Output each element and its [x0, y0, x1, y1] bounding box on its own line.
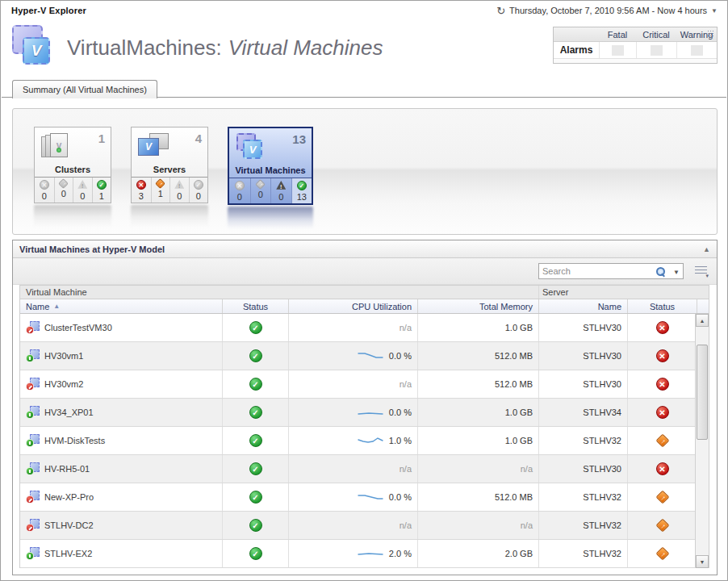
server-name-cell: STLHV30 [538, 342, 627, 370]
critical-status-icon: → [655, 519, 669, 533]
vm-name: HV30vm1 [44, 351, 83, 361]
alarms-warning-cell[interactable] [676, 42, 717, 58]
cpu-value: n/a [400, 464, 412, 474]
search-input[interactable] [542, 265, 654, 278]
scroll-down-icon[interactable]: ▼ [696, 555, 709, 568]
fatal-status-icon: ✕ [136, 180, 146, 190]
vm-name-cell[interactable]: New-XP-Pro [20, 483, 222, 511]
table-row[interactable]: HV30vm2 ✓ n/a 512.0 MB STLHV30 ✕ [20, 370, 709, 399]
tile-fatal-count: 0 [42, 191, 47, 201]
tile-fatal-cell[interactable]: ✕3 [132, 178, 151, 203]
table-row[interactable]: HV34_XP01 ✓ 0.0 % 1.0 GB STLHV34 ✕ [20, 399, 709, 427]
server-name: STLHV30 [583, 379, 621, 389]
vm-name-cell[interactable]: ClusterTestVM30 [20, 314, 222, 341]
clusters-icon: v [40, 132, 73, 162]
table-row[interactable]: HVM-DiskTests ✓ 1.0 % 1.0 GB STLHV32 → [20, 427, 709, 455]
tile-virtual-machines[interactable]: V 13 Virtual Machines ✕0→0!0✓13 [228, 127, 313, 205]
server-status-cell: ✕ [627, 455, 697, 483]
tile-critical-cell[interactable]: →0 [250, 178, 271, 203]
vm-name-cell[interactable]: HV30vm1 [20, 342, 222, 370]
alarms-fatal-cell[interactable] [599, 42, 636, 58]
alarms-header-row: Fatal Critical Warning [554, 27, 717, 42]
server-status-cell: ✕ [627, 370, 697, 398]
total-memory-cell: 1.0 GB [417, 399, 538, 426]
search-options-chevron-icon[interactable]: ▼ [673, 269, 680, 276]
panel-title: Virtual Machines at Hyper-V Model [19, 245, 165, 254]
server-status-cell: → [627, 512, 697, 539]
tile-status-grid: ✕0→0!0✓1 [35, 177, 111, 203]
memory-value: 512.0 MB [495, 492, 533, 502]
vm-power-running-badge [26, 552, 34, 560]
chevron-down-icon: ▼ [711, 6, 718, 15]
vm-icon [26, 547, 40, 560]
column-header-server-name[interactable]: Name [538, 299, 627, 313]
vm-status-cell: ✓ [222, 342, 288, 370]
vm-name-cell[interactable]: HVM-DiskTests [20, 427, 222, 454]
tile-label: Virtual Machines [229, 165, 312, 178]
total-memory-cell: n/a [417, 512, 538, 539]
vm-name-cell[interactable]: STLHV-DC2 [20, 512, 222, 539]
vm-power-stopped-badge [26, 382, 34, 391]
column-header-server-status[interactable]: Status [627, 299, 697, 313]
total-memory-cell: 512.0 MB [417, 370, 538, 398]
panel-title-bar: Virtual Machines at Hyper-V Model ▲ [13, 240, 717, 258]
tile-normal-count: 1 [99, 191, 104, 201]
column-header-total-memory[interactable]: Total Memory [417, 299, 538, 313]
alarms-critical-cell[interactable] [636, 42, 676, 58]
column-header-name[interactable]: Name ▲ [20, 299, 222, 313]
vm-icon [26, 406, 40, 419]
table-row[interactable]: HV-RH5-01 ✓ n/a n/a STLHV30 ✕ [20, 455, 709, 483]
table-row[interactable]: HV30vm1 ✓ 0.0 % 512.0 MB STLHV30 ✕ [20, 342, 709, 370]
search-box: ▼ [538, 263, 684, 279]
vm-status-cell: ✓ [222, 540, 288, 567]
column-customizer-icon[interactable] [695, 266, 707, 276]
tile-count: 1 [98, 132, 105, 165]
hyper-v-explorer-page: Hyper-V Explorer ↻ Thursday, October 7, … [0, 0, 728, 581]
tile-label: Clusters [35, 165, 111, 177]
scroll-up-icon[interactable]: ▲ [696, 314, 709, 327]
tab-summary[interactable]: Summary (All Virtual Machines) [12, 80, 157, 98]
search-icon[interactable] [655, 266, 665, 276]
server-name-cell: STLHV30 [538, 370, 627, 398]
vm-name-cell[interactable]: HV30vm2 [20, 370, 222, 398]
tile-servers[interactable]: V 4 Servers ✕3→1!0✓0 [131, 127, 208, 203]
tile-warning-cell[interactable]: !0 [73, 178, 92, 203]
tile-normal-cell[interactable]: ✓0 [189, 178, 208, 203]
vm-name-cell[interactable]: HV-RH5-01 [20, 455, 222, 483]
time-range-selector[interactable]: ↻ Thursday, October 7, 2010 9:56 AM - No… [496, 6, 718, 15]
table-options-dots-icon[interactable] [707, 30, 715, 37]
table-row[interactable]: STLHV-DC2 ✓ n/a n/a STLHV32 → [20, 512, 709, 540]
vm-name-cell[interactable]: HV34_XP01 [20, 399, 222, 426]
top-bar: Hyper-V Explorer ↻ Thursday, October 7, … [11, 6, 718, 15]
vm-name-cell[interactable]: STLHV-EX2 [20, 540, 222, 567]
fatal-status-icon: ✕ [656, 321, 669, 334]
servers-icon: V [136, 132, 170, 162]
table-row[interactable]: STLHV-EX2 ✓ 2.0 % 2.0 GB STLHV32 → [20, 540, 709, 568]
vm-icon [26, 321, 40, 334]
vm-status-cell: ✓ [222, 427, 288, 454]
cpu-sparkline [358, 549, 385, 558]
tile-critical-cell[interactable]: →1 [151, 178, 170, 203]
table-row[interactable]: New-XP-Pro ✓ 0.0 % 512.0 MB STLHV32 → [20, 483, 709, 512]
tile-fatal-cell[interactable]: ✕0 [229, 178, 250, 203]
tile-status-grid: ✕3→1!0✓0 [132, 177, 207, 203]
tile-warning-count: 0 [80, 191, 85, 201]
normal-status-icon: ✓ [249, 321, 262, 334]
cpu-value: 0.0 % [389, 351, 412, 361]
table-row[interactable]: ClusterTestVM30 ✓ n/a 1.0 GB STLHV30 ✕ [20, 314, 709, 342]
tile-fatal-cell[interactable]: ✕0 [35, 178, 54, 203]
scrollbar-thumb[interactable] [697, 345, 708, 440]
tile-clusters[interactable]: v 1 Clusters ✕0→0!0✓1 [34, 127, 111, 203]
tile-warning-cell[interactable]: !0 [270, 178, 291, 203]
vm-name: STLHV-EX2 [44, 549, 92, 558]
collapse-panel-icon[interactable]: ▲ [703, 245, 710, 253]
cpu-value: n/a [400, 323, 412, 332]
tile-normal-cell[interactable]: ✓1 [92, 178, 111, 203]
column-header-cpu-utilization[interactable]: CPU Utilization [288, 299, 417, 313]
tile-warning-cell[interactable]: !0 [169, 178, 189, 203]
tile-critical-cell[interactable]: →0 [54, 178, 73, 203]
vertical-scrollbar[interactable]: ▲ ▼ [695, 314, 709, 568]
cpu-utilization-cell: n/a [288, 512, 417, 539]
tile-normal-cell[interactable]: ✓13 [291, 178, 312, 203]
column-header-status[interactable]: Status [222, 299, 288, 313]
